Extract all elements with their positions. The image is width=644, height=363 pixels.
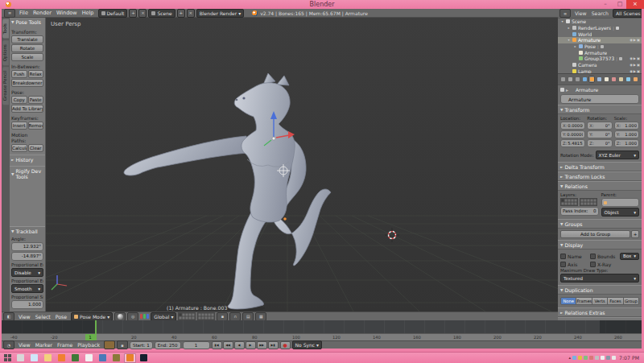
- tab-constraints[interactable]: [596, 76, 602, 83]
- dev-app-taskbar-button[interactable]: [110, 353, 122, 363]
- tab-armature-data[interactable]: [603, 76, 609, 83]
- paste-button[interactable]: Paste: [28, 96, 44, 104]
- eye-icon[interactable]: ◉: [630, 56, 633, 60]
- blender-taskbar-button[interactable]: [124, 353, 136, 363]
- menu-select[interactable]: Select: [33, 314, 53, 320]
- panel-header-transform[interactable]: ▼ Transform: [558, 105, 642, 114]
- scale-x-field[interactable]: X:1.000: [614, 122, 639, 130]
- scale-y-field[interactable]: Y:1.000: [614, 130, 639, 138]
- selectable-icon[interactable]: ▶: [634, 63, 636, 67]
- opengl-render-anim-button[interactable]: ▦: [255, 312, 266, 321]
- manipulator-toggles[interactable]: [140, 314, 149, 319]
- tray-expand-icon[interactable]: ▴: [569, 356, 572, 360]
- menu-pose[interactable]: Pose: [53, 314, 69, 320]
- viewport-shading-dropdown[interactable]: [114, 312, 126, 321]
- toolshelf-tab-grease-pencil[interactable]: Grease Pencil: [2, 67, 9, 105]
- outliner-row-pose[interactable]: ▸Pose|: [558, 43, 642, 50]
- render-toggle-icon[interactable]: ▣: [637, 63, 640, 67]
- new-group-button[interactable]: +: [631, 230, 639, 238]
- selectable-icon[interactable]: ▶: [634, 56, 636, 60]
- collapse-icon[interactable]: ▾: [560, 19, 564, 23]
- collapse-icon[interactable]: ▾: [567, 38, 571, 42]
- sync-mode-dropdown[interactable]: No Sync ▾: [292, 340, 323, 349]
- outliner-row-armature[interactable]: Armature: [558, 49, 642, 56]
- frame-start-field[interactable]: Start:1: [130, 341, 153, 349]
- photo-viewer-taskbar-button[interactable]: [83, 353, 95, 363]
- push-button[interactable]: Push: [11, 70, 27, 78]
- prev-keyframe-button[interactable]: ◀◀: [223, 341, 233, 349]
- outliner-row-renderlayers[interactable]: ▸RenderLayers|: [558, 25, 642, 31]
- menu-view[interactable]: View: [16, 342, 33, 348]
- calculate-button[interactable]: Calculate: [11, 144, 27, 152]
- outliner-row-world[interactable]: World: [558, 31, 642, 37]
- blue-app-taskbar-button[interactable]: [97, 353, 109, 363]
- axis-checkbox[interactable]: [560, 262, 566, 267]
- tray-update-icon[interactable]: [578, 356, 582, 360]
- angle-x-field[interactable]: 12.932°: [11, 242, 43, 251]
- eye-icon[interactable]: ◉: [630, 63, 633, 67]
- pivot-point-dropdown[interactable]: ◎: [127, 312, 138, 321]
- snap-magnet-icon[interactable]: ∩: [229, 312, 241, 321]
- file-explorer-taskbar-button[interactable]: [42, 353, 54, 363]
- panel-header-rigify-dev-tools[interactable]: ▼Rigify Dev Tools: [10, 166, 45, 181]
- menu-marker[interactable]: Marker: [33, 342, 55, 348]
- render-toggle-icon[interactable]: ▣: [637, 56, 640, 60]
- rotation-y-field[interactable]: Y:0°: [587, 130, 612, 138]
- name-checkbox[interactable]: [560, 254, 566, 259]
- location-x-field[interactable]: X:0.00000: [560, 122, 585, 130]
- translate-button[interactable]: Translate: [11, 35, 43, 43]
- menu-view[interactable]: View: [572, 10, 589, 16]
- tab-object[interactable]: [588, 76, 595, 83]
- panel-header-trackball[interactable]: ▼ Trackball: [11, 228, 43, 235]
- current-frame-field[interactable]: 1: [183, 341, 210, 349]
- editor-type-3dview-icon[interactable]: ◧: [3, 312, 14, 321]
- rotate-button[interactable]: Rotate: [11, 44, 43, 52]
- rotation-mode-dropdown[interactable]: XYZ Euler ▾: [596, 151, 639, 159]
- eye-icon[interactable]: ◉: [630, 38, 633, 42]
- location-y-field[interactable]: Y:0.00000: [560, 130, 585, 138]
- editor-type-info-icon[interactable]: ≡: [4, 9, 15, 18]
- rotation-x-field[interactable]: X:0°: [587, 122, 612, 130]
- panel-header-transform-locks[interactable]: ►Transform Locks: [558, 171, 642, 181]
- timeline-playhead[interactable]: [95, 320, 97, 340]
- layer-cell[interactable]: [192, 316, 195, 320]
- location-z-field[interactable]: Z:5.48151: [560, 139, 585, 147]
- layer-cell[interactable]: [574, 202, 577, 205]
- menu-search[interactable]: Search: [589, 10, 611, 16]
- tab-render[interactable]: [559, 76, 566, 83]
- tray-volume-icon[interactable]: [606, 356, 610, 360]
- orientation-dropdown[interactable]: Global ▾: [151, 312, 176, 321]
- parent-field[interactable]: [601, 198, 640, 207]
- tray-display-icon[interactable]: [595, 356, 599, 360]
- falloff-dropdown[interactable]: Smooth ▾: [11, 284, 43, 293]
- outliner-scope-dropdown[interactable]: All Scenes ▾: [613, 9, 642, 18]
- clear-button[interactable]: Clear: [28, 144, 44, 152]
- tab-texture[interactable]: [617, 76, 624, 83]
- duplication-frames-button[interactable]: Frames: [576, 297, 592, 305]
- scale-manipulator-icon[interactable]: [147, 314, 149, 319]
- menu-view[interactable]: View: [16, 314, 33, 320]
- duplication-none-button[interactable]: None: [560, 297, 576, 305]
- play-button[interactable]: ▶: [246, 341, 256, 349]
- frame-lock-icon[interactable]: ▪: [117, 340, 128, 349]
- xray-checkbox[interactable]: [590, 262, 596, 267]
- menu-render[interactable]: Render: [31, 10, 54, 16]
- bounds-type-dropdown[interactable]: Box ▾: [620, 253, 639, 260]
- rotation-z-field[interactable]: Z:0°: [587, 139, 612, 147]
- expand-icon[interactable]: ▸: [567, 26, 571, 30]
- layer-cell[interactable]: [593, 202, 597, 205]
- delete-scene-button[interactable]: ×: [187, 9, 195, 18]
- viewport-canvas[interactable]: [46, 18, 558, 311]
- photoshop-taskbar-button[interactable]: [138, 353, 150, 363]
- breakdowner-button[interactable]: Breakdowner: [11, 79, 43, 87]
- tray-battery-icon[interactable]: [612, 356, 616, 360]
- add-scene-button[interactable]: +: [177, 9, 185, 18]
- panel-header-groups[interactable]: ▼ Groups: [558, 219, 642, 229]
- expand-icon[interactable]: ▸: [573, 44, 577, 48]
- rotate-manipulator-icon[interactable]: [143, 314, 146, 319]
- menu-window[interactable]: Window: [54, 10, 80, 16]
- render-toggle-icon[interactable]: ▣: [637, 38, 640, 42]
- duplication-group-button[interactable]: Group: [624, 297, 639, 305]
- menu-help[interactable]: Help: [80, 10, 97, 16]
- insert-button[interactable]: Insert: [11, 122, 27, 130]
